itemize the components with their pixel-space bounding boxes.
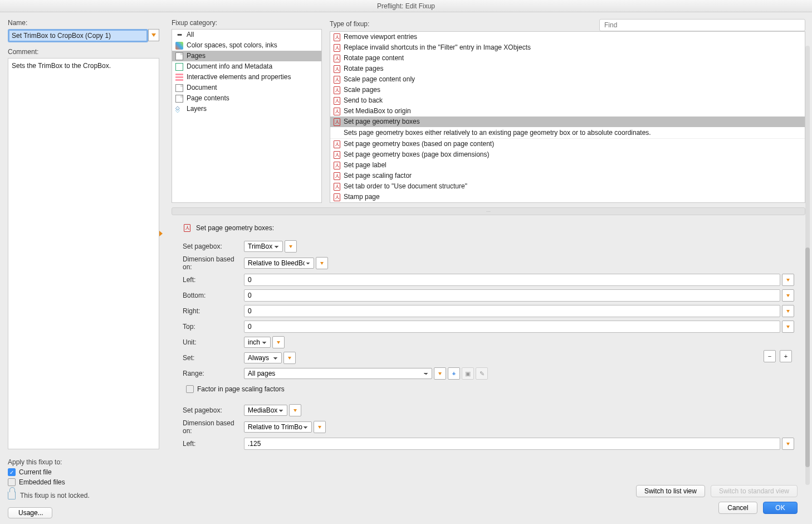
chevron-down-icon (294, 409, 297, 412)
left-input-2[interactable] (244, 438, 780, 450)
dim-based-dd-1[interactable] (316, 257, 328, 269)
layers-icon (175, 105, 183, 113)
pdf-icon: 人 (334, 183, 340, 191)
embedded-files-checkbox[interactable] (8, 478, 16, 486)
category-item-layers[interactable]: Layers (172, 104, 321, 114)
type-item[interactable]: 人Set page geometry boxes (page box dimen… (330, 149, 805, 160)
range-add-button[interactable]: + (448, 367, 460, 380)
pagebox-dd-1[interactable] (285, 240, 297, 253)
right-input-1[interactable] (244, 305, 780, 317)
range-dd[interactable] (434, 367, 446, 380)
type-panel: Type of fixup: 人Remove viewport entries人… (330, 19, 805, 203)
unit-dd[interactable] (272, 336, 285, 348)
type-item[interactable]: 人Remove viewport entries (330, 32, 805, 42)
type-item[interactable]: 人Scale page content only (330, 74, 805, 85)
comment-textarea[interactable]: Sets the TrimBox to the CropBox. (8, 58, 159, 449)
name-dropdown-button[interactable] (148, 29, 159, 41)
set-pagebox-select-2[interactable]: MediaBox (244, 405, 287, 416)
category-item-document[interactable]: Document (172, 83, 321, 93)
lock-status-label: This fixup is not locked. (20, 492, 90, 499)
chevron-down-icon (786, 279, 790, 282)
right-dd-1[interactable] (782, 305, 794, 317)
type-item[interactable]: 人Set MediaBox to origin (330, 106, 805, 117)
pdf-icon: 人 (334, 44, 340, 52)
category-list[interactable]: •••All Color spaces, spot colors, inks P… (172, 29, 322, 203)
left-dd-2[interactable] (782, 438, 794, 450)
switch-list-view-button[interactable]: Switch to list view (636, 485, 705, 497)
type-item[interactable]: 人Set page geometry boxes (based on page … (330, 139, 805, 149)
category-item-metadata[interactable]: Document info and Metadata (172, 61, 321, 72)
current-file-checkbox[interactable]: ✓ (8, 468, 16, 476)
type-label: Type of fixup: (330, 20, 369, 28)
type-item[interactable]: 人Rotate pages (330, 64, 805, 74)
bottom-input-1[interactable] (244, 289, 780, 302)
dim-based-label-2: Dimension based on: (183, 419, 244, 435)
type-item[interactable]: 人Scale pages (330, 85, 805, 95)
pdf-icon: 人 (334, 140, 340, 148)
type-item-description: Sets page geometry boxes either relative… (330, 127, 805, 139)
dim-based-dd-2[interactable] (314, 421, 326, 433)
find-input[interactable] (599, 19, 805, 31)
type-item[interactable]: 人Send to back (330, 95, 805, 106)
document-icon (175, 84, 183, 92)
dim-based-select-2[interactable]: Relative to TrimBox (244, 421, 312, 433)
switch-standard-view-button: Switch to standard view (711, 485, 798, 497)
right-panel: Fixup category: •••All Color spaces, spo… (167, 12, 812, 524)
set-select[interactable]: Always (244, 352, 282, 363)
chevron-down-icon (288, 357, 291, 360)
unit-select[interactable]: inch (244, 337, 271, 348)
type-list[interactable]: 人Remove viewport entries人Replace invalid… (330, 31, 805, 203)
top-input-1[interactable] (244, 321, 780, 333)
type-item[interactable]: 人Replace invalid shortcuts in the "Filte… (330, 42, 805, 53)
bottom-bar: Switch to list view Switch to standard v… (172, 481, 805, 502)
pagebox-dd-2[interactable] (289, 404, 301, 416)
bottom-dd-1[interactable] (782, 289, 794, 302)
bottom-label: Bottom: (183, 292, 244, 299)
horizontal-splitter[interactable]: ⋯ (172, 207, 805, 215)
category-item-pages[interactable]: Pages (172, 51, 321, 61)
category-item-pagecontents[interactable]: Page contents (172, 93, 321, 104)
set-pagebox-select-1[interactable]: TrimBox (244, 241, 283, 252)
name-label: Name: (8, 19, 159, 27)
cancel-button[interactable]: Cancel (718, 502, 757, 514)
type-item[interactable]: 人Set page scaling factor (330, 171, 805, 181)
category-item-all[interactable]: •••All (172, 30, 321, 40)
chevron-down-icon (151, 33, 156, 37)
left-label-2: Left: (183, 440, 244, 448)
type-item[interactable]: 人Unsharp masking of images (330, 202, 805, 203)
factor-label: Factor in page scaling factors (197, 385, 285, 393)
range-edit-button: ✎ (476, 367, 488, 380)
top-dd-1[interactable] (782, 321, 794, 333)
unit-label: Unit: (183, 338, 244, 346)
range-copy-button: ▣ (462, 367, 474, 380)
type-item[interactable]: 人Set tab order to "Use document structur… (330, 181, 805, 192)
ok-button[interactable]: OK (763, 502, 798, 514)
type-item[interactable]: 人Set page label (330, 160, 805, 171)
lock-icon (8, 492, 16, 499)
dim-based-select-1[interactable]: Relative to BleedBox (244, 258, 314, 269)
factor-checkbox[interactable] (186, 385, 194, 393)
type-item[interactable]: 人Rotate page content (330, 53, 805, 64)
add-block-button[interactable]: + (780, 350, 792, 362)
chevron-down-icon (320, 262, 324, 265)
range-select[interactable]: All pages (244, 368, 432, 379)
top-label: Top: (183, 323, 244, 331)
apply-to-label: Apply this fixup to: (8, 458, 159, 466)
interactive-icon (175, 74, 183, 81)
remove-block-button[interactable]: − (764, 350, 776, 362)
embedded-files-label: Embedded files (19, 478, 65, 486)
name-input[interactable] (8, 29, 148, 42)
usage-button[interactable]: Usage... (8, 507, 52, 518)
set-dd[interactable] (283, 352, 296, 364)
set-label: Set: (183, 354, 244, 362)
collapse-icon[interactable] (159, 231, 163, 236)
type-item[interactable]: 人Set page geometry boxes (330, 117, 805, 127)
form-scrollbar[interactable] (805, 46, 810, 485)
pdf-icon: 人 (334, 162, 340, 169)
category-item-colors[interactable]: Color spaces, spot colors, inks (172, 40, 321, 51)
type-item[interactable]: 人Stamp page (330, 192, 805, 202)
grip-icon: ⋯ (486, 209, 491, 214)
category-item-interactive[interactable]: Interactive elements and properties (172, 72, 321, 83)
left-dd-1[interactable] (782, 274, 794, 286)
left-input-1[interactable] (244, 274, 780, 286)
